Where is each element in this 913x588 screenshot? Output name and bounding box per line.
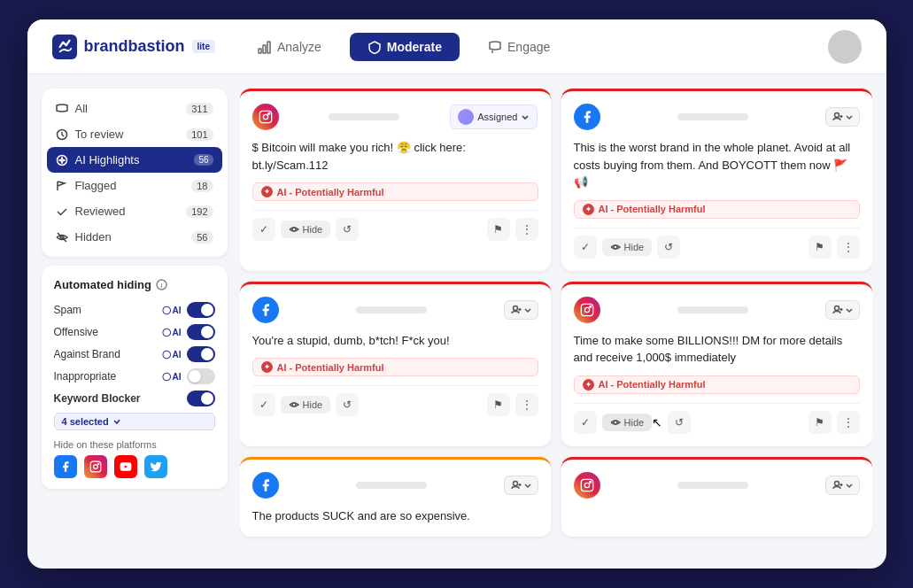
card-0: Assigned $ Bitcoin will make you rich! 😤… [240,89,551,271]
svg-point-16 [834,113,839,118]
avatar[interactable] [828,30,862,64]
offensive-label: Offensive [54,326,157,338]
sidebar-item-to-review[interactable]: To review 101 [47,121,222,147]
sidebar-item-reviewed[interactable]: Reviewed 192 [47,198,222,224]
card-1-flag-button[interactable]: ⚑ [809,236,832,259]
card-0-actions-header: Assigned [450,104,538,129]
sidebar-item-reviewed-count: 192 [186,205,213,218]
card-1-card-actions: ✓ Hide ↺ ⚑ ⋮ [574,228,860,259]
card-0-reassign-button[interactable]: ↺ [336,218,359,241]
card-3-card-actions: ✓ Hide ↖ ↺ ⚑ ⋮ [574,403,860,434]
card-3: Time to make some BILLIONS!!! DM for mor… [561,282,872,446]
card-3-hide-button[interactable]: Hide [602,414,653,431]
card-2-card-actions: ✓ Hide ↺ ⚑ ⋮ [252,385,538,416]
sidebar-item-flagged-label: Flagged [75,179,185,192]
sidebar-item-hidden-label: Hidden [75,230,185,244]
keyword-blocker-toggle[interactable] [187,391,215,406]
against-brand-toggle-row: Against Brand AI [54,346,215,362]
svg-point-13 [263,114,267,119]
card-4-assign-button[interactable] [504,476,538,495]
card-0-hide-button[interactable]: Hide [281,220,331,238]
offensive-ai-chip: AI [162,328,182,337]
card-3-assign-button[interactable] [825,300,860,320]
nav-moderate-label: Moderate [387,40,442,54]
card-2-reassign-button[interactable]: ↺ [336,393,359,416]
card-1-more-button[interactable]: ⋮ [837,236,860,259]
spam-toggle-row: Spam AI [54,302,215,318]
sidebar-item-ai-highlights-label: AI Highlights [75,153,188,166]
instagram-platform-icon[interactable] [84,455,107,478]
spam-ai-chip: AI [162,306,182,315]
twitter-platform-icon[interactable] [144,455,167,478]
youtube-platform-icon[interactable] [114,455,137,478]
card-2-user-line [356,306,427,313]
sidebar-nav: All 311 To review 101 [42,89,228,257]
sidebar-item-flagged[interactable]: Flagged 18 [47,173,222,198]
card-5-assign-button[interactable] [825,476,860,495]
svg-rect-0 [259,49,261,53]
keyword-blocker-row: Keyword Blocker [54,391,215,406]
card-0-ai-icon: ✦ [261,186,273,197]
sidebar-item-ai-highlights[interactable]: AI Highlights 56 [47,147,222,173]
card-2-hide-button[interactable]: Hide [281,396,331,414]
card-0-flag-button[interactable]: ⚑ [487,218,510,241]
sidebar-item-hidden[interactable]: Hidden 56 [47,224,222,250]
card-2-assign-button[interactable] [504,300,538,320]
svg-point-24 [614,421,617,424]
automated-hiding-panel: Automated hiding i Spam AI Offensive AI [42,266,228,489]
card-2-more-button[interactable]: ⋮ [515,393,538,416]
nav-analyze[interactable]: Analyze [258,35,321,59]
svg-point-28 [589,481,591,483]
card-0-assigned-btn[interactable]: Assigned [450,104,538,129]
card-1-platform-icon [574,104,600,130]
card-1-assign-button[interactable] [825,107,860,127]
card-1-hide-button[interactable]: Hide [602,238,653,256]
card-1-text: This is the worst brand in the whole pla… [574,139,860,191]
offensive-toggle[interactable] [187,324,215,340]
card-1-check-button[interactable]: ✓ [574,236,597,259]
sidebar-item-flagged-count: 18 [191,180,213,192]
main-nav: Analyze Moderate Engage [258,33,828,61]
card-2-actions-header [504,300,538,320]
card-0-check-button[interactable]: ✓ [252,218,275,241]
svg-point-21 [584,307,589,312]
svg-point-19 [292,403,296,406]
svg-point-25 [513,481,517,485]
svg-point-15 [292,228,296,231]
svg-point-22 [589,306,591,307]
sidebar-item-all-label: All [75,102,180,115]
card-3-platform-icon [574,297,600,323]
facebook-platform-icon[interactable] [54,455,77,478]
against-brand-toggle[interactable] [187,346,215,362]
card-1-actions-header [825,107,860,127]
selected-badge[interactable]: 4 selected [54,413,215,430]
cursor-pointer-icon: ↖ [652,415,662,429]
card-0-more-button[interactable]: ⋮ [515,218,538,241]
card-3-header [574,297,860,323]
card-5-header [574,472,860,499]
card-1-reassign-button[interactable]: ↺ [657,236,680,259]
card-3-more-button[interactable]: ⋮ [837,411,860,434]
card-2-flag-button[interactable]: ⚑ [487,393,510,416]
card-0-header: Assigned [252,104,538,130]
card-2-check-button[interactable]: ✓ [252,393,275,416]
card-3-reassign-button[interactable]: ↺ [668,411,691,434]
spam-toggle[interactable] [187,302,215,318]
card-3-check-button[interactable]: ✓ [574,411,597,434]
card-3-flag-button[interactable]: ⚑ [809,411,832,434]
card-2-platform-icon [252,297,279,323]
logo-icon [52,35,77,59]
inappropriate-toggle[interactable] [187,368,215,384]
sidebar-item-all[interactable]: All 311 [47,96,222,121]
sidebar-item-hidden-count: 56 [191,231,213,244]
nav-engage[interactable]: Engage [488,35,550,59]
app-container: brandbastion lite Analyze Moderate [27,19,886,569]
card-1-ai-tag: ✦ AI - Potentially Harmful [574,200,860,219]
nav-moderate[interactable]: Moderate [350,33,460,61]
card-0-user-line [329,113,399,120]
card-3-ai-icon: ✦ [583,379,594,391]
card-3-ai-tag: ✦ AI - Potentially Harmful [574,375,860,394]
svg-point-27 [584,483,589,487]
svg-rect-8 [90,461,101,472]
svg-point-23 [834,306,839,310]
